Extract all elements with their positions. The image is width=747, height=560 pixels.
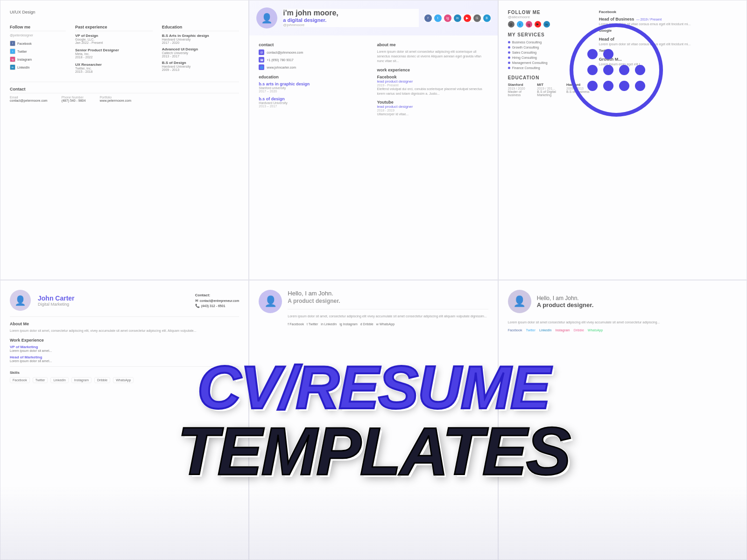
t1-exp-title: Past experience bbox=[75, 25, 153, 31]
t6-avatar: 👤 bbox=[508, 290, 531, 313]
t1-phone: Phone Number (487) 540 - 9804 bbox=[62, 96, 86, 102]
dot-7 bbox=[619, 65, 629, 75]
t4-contact-block: Contact: ✉ contact@entrepreneur.com 📞 (4… bbox=[195, 293, 240, 308]
t6-about: Lorem ipsum dolor sit amet consectetur a… bbox=[508, 320, 737, 325]
t2-work-1: Facebook lead product designer 2019 - Pr… bbox=[377, 75, 488, 96]
t1-role: UI/UX Design bbox=[10, 10, 239, 14]
t2-body: contact @ contact@johnmoore.com ☎ +1 (65… bbox=[259, 42, 488, 120]
t1-email: Email contact@petermoore.com bbox=[10, 96, 48, 102]
t1-twitter: t Twitter bbox=[10, 49, 66, 54]
t1-exp-3: UX Researcher Twitter, Inc. 2015 - 2018 bbox=[75, 63, 153, 73]
t1-portfolio: Portfolio www.petermoore.com bbox=[99, 96, 131, 102]
t3-follow-title: FOLLOW ME bbox=[508, 10, 592, 15]
t2-right-col: about me Lorem ipsum dolor sit amet cons… bbox=[377, 42, 488, 120]
dot-9 bbox=[587, 81, 598, 91]
t3-yt-icon: ▶ bbox=[535, 21, 541, 28]
t4-work-title: Work Experience bbox=[10, 338, 239, 343]
t2-phone: ☎ +1 (650) 780 9317 bbox=[259, 57, 370, 63]
t2-intro: i'm john moore, a digital designer. @joh… bbox=[283, 9, 418, 27]
t2-website: 🌐 www.johncarter.com bbox=[259, 64, 370, 70]
t4-identity: John Carter Digital Marketing bbox=[38, 294, 75, 307]
t3-handle: @aliexmoore bbox=[508, 15, 592, 19]
t4-avatar: 👤 bbox=[10, 290, 31, 311]
t2-be-icon: B bbox=[483, 14, 491, 22]
t1-linkedin: in LinkedIn bbox=[10, 64, 66, 70]
t5-content: Hello, I am John. A product designer. Lo… bbox=[288, 290, 488, 329]
t1-exp-1: VP of Design Google, LLC. Jan 2022 - Pre… bbox=[75, 34, 153, 44]
t1-handle: @peterdesigner bbox=[10, 34, 66, 37]
t2-yt-icon: ▶ bbox=[464, 14, 471, 22]
dot-6 bbox=[603, 65, 613, 75]
t2-gh-icon: G bbox=[473, 14, 481, 22]
t3-li-icon: in bbox=[543, 21, 550, 28]
t2-work-2: Youtube lead product designer 2018 - 201… bbox=[377, 100, 488, 117]
t2-email: @ contact@johnmoore.com bbox=[259, 49, 370, 55]
t2-li-icon: in bbox=[454, 14, 461, 22]
t2-avatar: 👤 bbox=[256, 7, 277, 28]
t1-edu-1: B.S Arts in Graphic design Hardvard Univ… bbox=[162, 34, 240, 44]
dots-grid bbox=[583, 44, 650, 96]
instagram-icon: ig bbox=[10, 56, 15, 62]
t3-edu-1: Stanford 2019 / 2020 Master of business bbox=[508, 83, 534, 97]
t5-about: Lorem ipsum dolor sit amet, consectetur … bbox=[288, 314, 488, 319]
t3-fb-name: Facebook bbox=[599, 10, 737, 14]
t1-edu-3: B.S of Design Hardvard University 2009 -… bbox=[162, 61, 240, 71]
t2-ig-icon: ig bbox=[444, 14, 451, 22]
dot-12 bbox=[635, 81, 645, 91]
t2-social-row: f t ig in ▶ G B bbox=[424, 14, 491, 22]
t3-at-icon: @ bbox=[508, 21, 514, 28]
template-card-2: 👤 i'm john moore, a digital designer. @j… bbox=[249, 0, 498, 280]
t4-about-text: Lorem ipsum dolor sit amet, consectetur … bbox=[10, 329, 239, 333]
dot-2 bbox=[603, 49, 613, 59]
template-card-1: UI/UX Design Follow me @peterdesigner f … bbox=[0, 0, 249, 280]
t6-social-links: Facebook Twitter LinkedIn Instagram Drib… bbox=[508, 329, 737, 332]
t1-contact-title: Contact bbox=[10, 87, 239, 93]
bottom-fade bbox=[0, 485, 747, 560]
t3-tw-icon: t bbox=[517, 21, 523, 28]
t1-exp-2: Senior Product Designer Meta, Inc. 2018 … bbox=[75, 48, 153, 59]
t1-edu-2: Advanced UI Design Caltech University 20… bbox=[162, 47, 240, 58]
t3-social-row: @ t ig ▶ in bbox=[508, 21, 592, 28]
phone-icon: ☎ bbox=[259, 57, 264, 63]
t3-services-title: MY SERVICES bbox=[508, 32, 592, 37]
dot-1 bbox=[587, 49, 598, 59]
t5-avatar: 👤 bbox=[259, 290, 282, 313]
t2-header: 👤 i'm john moore, a digital designer. @j… bbox=[249, 0, 497, 35]
facebook-icon: f bbox=[10, 41, 15, 46]
t4-work-2: Head of Marketing Lorem ipsum dolor sit … bbox=[10, 355, 239, 363]
purple-circle-decoration bbox=[570, 23, 663, 117]
twitter-icon: t bbox=[10, 49, 15, 54]
t2-tw-icon: t bbox=[434, 14, 442, 22]
t5-social-row: f Facebook t Twitter in LinkedIn ig Inst… bbox=[288, 322, 488, 326]
t4-social-links: Facebook Twitter LinkedIn Instagram Drib… bbox=[10, 377, 239, 383]
dot-8 bbox=[635, 65, 645, 75]
t3-ig-icon: ig bbox=[526, 21, 532, 28]
t2-edu-2: b.s of design Hardvard University 2013 –… bbox=[259, 97, 370, 108]
dot-10 bbox=[603, 81, 613, 91]
t2-edu-1: b.s arts in graphic design Stanford univ… bbox=[259, 82, 370, 93]
t2-left-col: contact @ contact@johnmoore.com ☎ +1 (65… bbox=[259, 42, 370, 120]
dot-11 bbox=[619, 81, 629, 91]
t4-about-title: About Me bbox=[10, 322, 239, 326]
linkedin-icon: in bbox=[10, 64, 15, 70]
dot-5 bbox=[587, 65, 598, 75]
t2-fb-icon: f bbox=[424, 14, 432, 22]
t1-contact-row: Email contact@petermoore.com Phone Numbe… bbox=[10, 96, 239, 102]
web-icon: 🌐 bbox=[259, 64, 264, 70]
t3-edu-2: MIT 2019 / 201... B.S of Digital Marketi… bbox=[537, 83, 563, 97]
t4-skills-title: Skills bbox=[10, 371, 239, 375]
t1-follow-label: Follow me bbox=[10, 25, 66, 31]
t4-work-1: VP of Marketing Lorem ipsum dolor sit am… bbox=[10, 345, 239, 352]
t6-intro: Hello, I am John. A product designer. bbox=[537, 295, 594, 308]
t1-facebook: f Facebook bbox=[10, 41, 66, 46]
t1-instagram: ig Instagram bbox=[10, 56, 66, 62]
t1-edu-title: Education bbox=[162, 25, 240, 31]
email-icon: @ bbox=[259, 49, 264, 55]
